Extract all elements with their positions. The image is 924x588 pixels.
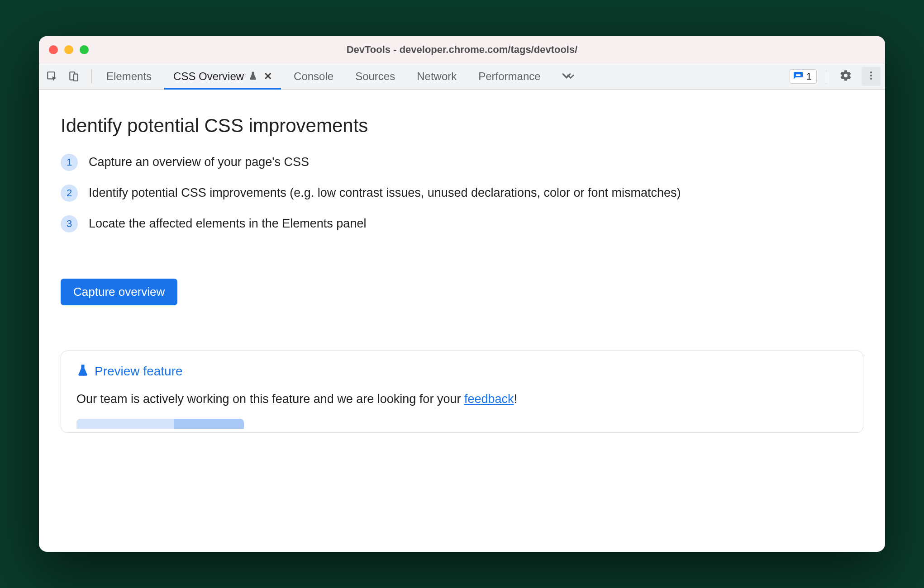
- issues-count: 1: [806, 71, 812, 82]
- svg-point-4: [870, 75, 872, 76]
- tab-label: Network: [417, 70, 457, 83]
- preview-body-prefix: Our team is actively working on this fea…: [76, 392, 464, 406]
- traffic-lights: [49, 45, 89, 54]
- inspect-icon[interactable]: [45, 70, 59, 83]
- separator: [91, 69, 92, 84]
- preview-body-suffix: !: [514, 392, 518, 406]
- tab-console[interactable]: Console: [283, 63, 344, 89]
- toolbar-left: [39, 63, 95, 89]
- tabs: Elements CSS Overview ✕ Console Sources …: [95, 63, 585, 89]
- settings-button[interactable]: [836, 67, 855, 86]
- step-item: 3 Locate the affected elements in the El…: [61, 214, 863, 233]
- window-maximize-button[interactable]: [80, 45, 89, 54]
- preview-feature-card: Preview feature Our team is actively wor…: [61, 351, 863, 433]
- tab-label: Sources: [355, 70, 395, 83]
- tab-label: Elements: [106, 70, 152, 83]
- quick-survey-strip[interactable]: [76, 419, 244, 429]
- tab-label: Performance: [478, 70, 540, 83]
- step-number: 2: [61, 185, 78, 202]
- tab-css-overview[interactable]: CSS Overview ✕: [162, 63, 283, 89]
- close-icon[interactable]: ✕: [264, 71, 272, 82]
- content: Identify potential CSS improvements 1 Ca…: [39, 90, 885, 552]
- step-number: 1: [61, 154, 78, 171]
- flask-icon: [76, 364, 89, 379]
- steps-list: 1 Capture an overview of your page's CSS…: [61, 153, 863, 233]
- more-tabs-button[interactable]: [552, 63, 585, 89]
- tab-label: Console: [294, 70, 333, 83]
- step-item: 1 Capture an overview of your page's CSS: [61, 153, 863, 172]
- device-toggle-icon[interactable]: [67, 70, 81, 83]
- preview-body: Our team is actively working on this fea…: [76, 392, 848, 406]
- svg-point-3: [870, 71, 872, 73]
- tab-label: CSS Overview: [173, 70, 244, 83]
- step-item: 2 Identify potential CSS improvements (e…: [61, 184, 863, 203]
- capture-overview-button[interactable]: Capture overview: [61, 279, 177, 305]
- issues-badge[interactable]: 1: [790, 69, 817, 84]
- titlebar: DevTools - developer.chrome.com/tags/dev…: [39, 36, 885, 63]
- tab-sources[interactable]: Sources: [344, 63, 406, 89]
- step-text: Identify potential CSS improvements (e.g…: [89, 184, 681, 203]
- gear-icon: [839, 69, 852, 84]
- window-close-button[interactable]: [49, 45, 58, 54]
- preview-header: Preview feature: [76, 364, 848, 379]
- tab-elements[interactable]: Elements: [95, 63, 162, 89]
- devtools-window: DevTools - developer.chrome.com/tags/dev…: [39, 36, 885, 552]
- svg-rect-2: [74, 74, 78, 81]
- page-title: Identify potential CSS improvements: [61, 115, 863, 137]
- svg-point-5: [870, 78, 872, 80]
- toolbar-right: 1: [790, 63, 885, 89]
- separator: [826, 69, 826, 84]
- tab-network[interactable]: Network: [406, 63, 467, 89]
- step-text: Capture an overview of your page's CSS: [89, 153, 309, 172]
- more-button[interactable]: [862, 67, 881, 86]
- step-number: 3: [61, 215, 78, 232]
- step-text: Locate the affected elements in the Elem…: [89, 214, 366, 233]
- tab-performance[interactable]: Performance: [467, 63, 551, 89]
- window-title: DevTools - developer.chrome.com/tags/dev…: [39, 44, 885, 56]
- preview-header-text: Preview feature: [95, 364, 183, 379]
- feedback-link[interactable]: feedback: [464, 392, 514, 406]
- toolbar: Elements CSS Overview ✕ Console Sources …: [39, 63, 885, 90]
- kebab-icon: [866, 70, 876, 83]
- window-minimize-button[interactable]: [64, 45, 73, 54]
- flask-icon: [248, 70, 257, 83]
